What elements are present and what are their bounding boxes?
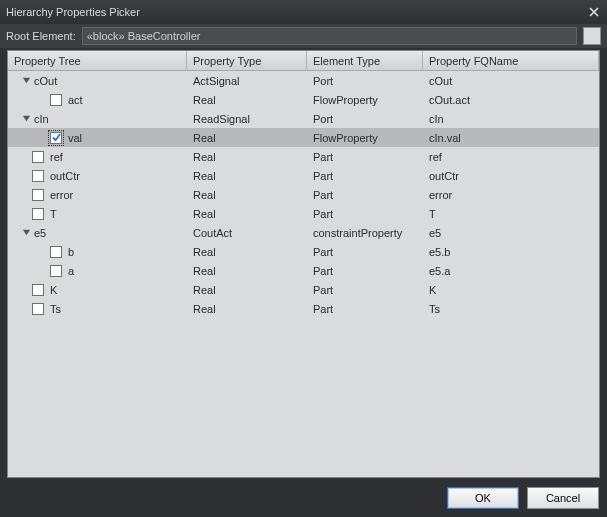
root-element-row: Root Element: ... [0,24,607,48]
root-element-label: Root Element: [6,30,76,42]
node-name: Ts [48,303,61,315]
tree-cell: act [8,94,187,106]
cell-fqn: error [423,185,599,204]
node-name: act [66,94,83,106]
cell-ptype: Real [187,166,307,185]
table-row[interactable]: e5CoutActconstraintPropertye5 [8,223,599,242]
checkbox[interactable] [32,151,44,163]
table-row[interactable]: actRealFlowPropertycOut.act [8,90,599,109]
tree-cell: K [8,284,187,296]
table-row[interactable]: TRealPartT [8,204,599,223]
node-name: a [66,265,74,277]
checkbox[interactable] [32,170,44,182]
header-tree[interactable]: Property Tree [8,51,187,70]
cell-etype: FlowProperty [307,90,423,109]
chevron-down-icon[interactable] [20,227,32,239]
tree-cell: Ts [8,303,187,315]
checkbox[interactable] [32,303,44,315]
cell-fqn: Ts [423,299,599,318]
checkbox[interactable] [50,265,62,277]
browse-button[interactable]: ... [583,27,601,45]
cell-etype: Part [307,166,423,185]
cell-fqn: cIn.val [423,128,599,147]
cell-etype: Part [307,280,423,299]
table-row[interactable]: cInReadSignalPortcIn [8,109,599,128]
tree-cell: outCtr [8,170,187,182]
cell-ptype: Real [187,185,307,204]
table-row[interactable]: aRealParte5.a [8,261,599,280]
cell-etype: Part [307,185,423,204]
cell-fqn: e5 [423,223,599,242]
table-row[interactable]: errorRealParterror [8,185,599,204]
cell-fqn: cOut.act [423,90,599,109]
title-bar: Hierarchy Properties Picker [0,0,607,24]
cell-etype: Port [307,71,423,90]
table-row[interactable]: cOutActSignalPortcOut [8,71,599,90]
cell-ptype: Real [187,128,307,147]
node-name: cIn [32,113,49,125]
node-name: T [48,208,57,220]
tree-rows: cOutActSignalPortcOutactRealFlowProperty… [8,71,599,318]
root-element-input[interactable] [82,27,577,45]
cell-fqn: cIn [423,109,599,128]
checkbox[interactable] [32,284,44,296]
tree-cell: a [8,265,187,277]
cell-etype: Part [307,261,423,280]
ok-button[interactable]: OK [447,487,519,509]
tree-cell: b [8,246,187,258]
checkbox[interactable] [50,132,62,144]
dialog-buttons: OK Cancel [447,487,599,509]
cell-ptype: Real [187,90,307,109]
table-row[interactable]: valRealFlowPropertycIn.val [8,128,599,147]
cell-etype: Part [307,299,423,318]
cell-ptype: Real [187,242,307,261]
checkbox[interactable] [32,208,44,220]
chevron-down-icon[interactable] [20,113,32,125]
cell-etype: Port [307,109,423,128]
cell-fqn: e5.a [423,261,599,280]
node-name: b [66,246,74,258]
window-title: Hierarchy Properties Picker [6,6,587,18]
node-name: outCtr [48,170,80,182]
tree-cell: ref [8,151,187,163]
cell-ptype: CoutAct [187,223,307,242]
checkbox[interactable] [50,246,62,258]
header-ptype[interactable]: Property Type [187,51,307,70]
header-etype[interactable]: Element Type [307,51,423,70]
checkbox[interactable] [32,189,44,201]
tree-cell: val [8,132,187,144]
cell-etype: constraintProperty [307,223,423,242]
table-row[interactable]: KRealPartK [8,280,599,299]
cell-fqn: K [423,280,599,299]
cell-etype: Part [307,242,423,261]
cell-fqn: e5.b [423,242,599,261]
node-name: val [66,132,82,144]
header-fqn[interactable]: Property FQName [423,51,599,70]
close-icon[interactable] [587,5,601,19]
cell-ptype: ActSignal [187,71,307,90]
column-headers: Property Tree Property Type Element Type… [8,51,599,71]
table-row[interactable]: bRealParte5.b [8,242,599,261]
tree-cell: cOut [8,75,187,87]
cell-fqn: ref [423,147,599,166]
table-row[interactable]: refRealPartref [8,147,599,166]
tree-cell: T [8,208,187,220]
cell-ptype: ReadSignal [187,109,307,128]
property-panel: Property Tree Property Type Element Type… [7,50,600,478]
checkbox[interactable] [50,94,62,106]
cell-ptype: Real [187,204,307,223]
cell-ptype: Real [187,261,307,280]
tree-cell: error [8,189,187,201]
cell-ptype: Real [187,299,307,318]
table-row[interactable]: TsRealPartTs [8,299,599,318]
node-name: cOut [32,75,57,87]
table-row[interactable]: outCtrRealPartoutCtr [8,166,599,185]
cell-fqn: T [423,204,599,223]
cell-ptype: Real [187,147,307,166]
cancel-button[interactable]: Cancel [527,487,599,509]
chevron-down-icon[interactable] [20,75,32,87]
cell-fqn: outCtr [423,166,599,185]
node-name: error [48,189,73,201]
cell-etype: Part [307,147,423,166]
tree-cell: e5 [8,227,187,239]
